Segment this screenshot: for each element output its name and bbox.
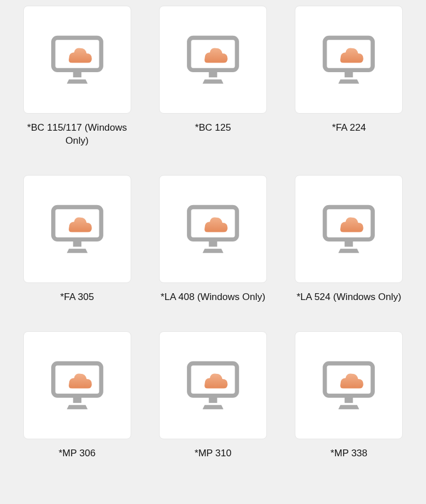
- cloud-monitor-icon: [46, 198, 108, 260]
- cloud-monitor-icon: [318, 198, 380, 260]
- lab-label: *FA 224: [332, 122, 366, 135]
- cloud-monitor-icon: [182, 354, 244, 416]
- svg-rect-13: [73, 398, 81, 403]
- lab-item: *LA 524 (Windows Only): [295, 175, 403, 304]
- lab-card[interactable]: [295, 6, 403, 114]
- lab-label: *MP 338: [331, 447, 367, 460]
- lab-label: *FA 305: [60, 291, 94, 304]
- svg-rect-15: [209, 398, 218, 403]
- lab-label: *LA 524 (Windows Only): [296, 291, 401, 304]
- cloud-monitor-icon: [46, 354, 108, 416]
- lab-card[interactable]: [159, 6, 267, 114]
- lab-item: *MP 306: [23, 331, 131, 460]
- lab-card[interactable]: [23, 6, 131, 114]
- lab-label: *MP 306: [59, 447, 95, 460]
- svg-rect-1: [73, 72, 81, 77]
- svg-rect-11: [345, 241, 353, 247]
- svg-rect-3: [209, 72, 218, 77]
- lab-card[interactable]: [159, 331, 267, 439]
- lab-label: *BC 115/117 (Windows Only): [23, 122, 131, 148]
- cloud-monitor-icon: [182, 198, 244, 260]
- lab-card[interactable]: [23, 175, 131, 283]
- lab-grid: *BC 115/117 (Windows Only): [0, 0, 426, 472]
- lab-label: *BC 125: [195, 122, 231, 135]
- cloud-monitor-icon: [182, 28, 244, 91]
- svg-rect-9: [209, 241, 218, 247]
- svg-rect-7: [73, 241, 81, 247]
- lab-item: *BC 115/117 (Windows Only): [23, 6, 131, 148]
- lab-item: *LA 408 (Windows Only): [158, 175, 267, 304]
- lab-label: *MP 310: [195, 447, 232, 460]
- lab-item: *MP 338: [295, 331, 403, 460]
- cloud-monitor-icon: [318, 354, 380, 416]
- lab-item: *MP 310: [158, 331, 267, 460]
- lab-card[interactable]: [295, 175, 403, 283]
- lab-card[interactable]: [23, 331, 131, 439]
- lab-card[interactable]: [295, 331, 403, 439]
- cloud-monitor-icon: [46, 28, 108, 91]
- cloud-monitor-icon: [318, 28, 380, 91]
- svg-rect-5: [345, 72, 353, 77]
- svg-rect-17: [345, 398, 353, 403]
- lab-item: *BC 125: [158, 6, 267, 148]
- lab-card[interactable]: [159, 175, 267, 283]
- lab-item: *FA 224: [295, 6, 403, 148]
- lab-label: *LA 408 (Windows Only): [161, 291, 265, 304]
- lab-item: *FA 305: [23, 175, 131, 304]
